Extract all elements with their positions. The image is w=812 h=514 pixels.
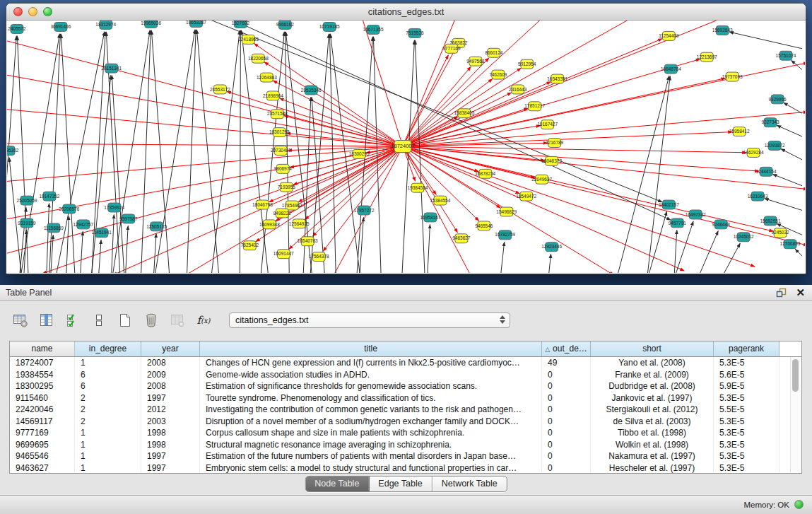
network-node[interactable]: 9806974 bbox=[274, 164, 293, 173]
network-node[interactable]: 7625402 bbox=[241, 241, 259, 250]
cell-title[interactable]: Investigating the contribution of common… bbox=[200, 404, 542, 416]
tab-edge-table[interactable]: Edge Table bbox=[369, 477, 432, 491]
cell-title[interactable]: Changes of HCN gene expression and I(f) … bbox=[200, 357, 542, 369]
network-node[interactable]: 2405572 bbox=[8, 24, 26, 33]
delete-table-icon[interactable] bbox=[142, 311, 160, 329]
cell-out-degree[interactable]: 0 bbox=[542, 462, 591, 474]
cell-short[interactable]: Stergiakouli et al. (2012) bbox=[591, 404, 714, 416]
cell-pagerank[interactable]: 5.3E-5 bbox=[714, 392, 779, 404]
table-row[interactable]: 9463627 1 1997 Embryonic stem cells: a m… bbox=[10, 462, 801, 474]
cell-year[interactable]: 2008 bbox=[141, 357, 200, 369]
network-node[interactable]: 17359924 bbox=[104, 203, 124, 212]
column-header-out-degree[interactable]: △out_de… bbox=[542, 341, 591, 356]
cell-title[interactable]: Embryonic stem cells: a model to study s… bbox=[200, 462, 542, 474]
network-node[interactable]: 3216789 bbox=[546, 139, 564, 148]
cell-in-degree[interactable]: 1 bbox=[75, 450, 141, 462]
network-node[interactable]: 30691406 bbox=[50, 22, 71, 31]
network-node[interactable]: 20730481 bbox=[271, 146, 291, 156]
cell-name[interactable]: 22420046 bbox=[10, 404, 75, 416]
cell-pagerank[interactable]: 5.3E-5 bbox=[714, 462, 779, 474]
cell-title[interactable]: Estimation of the future numbers of pati… bbox=[200, 450, 542, 462]
network-node[interactable]: 20535346 bbox=[301, 86, 322, 95]
network-node[interactable]: 16648784 bbox=[661, 64, 681, 74]
network-node[interactable]: 16091447 bbox=[273, 250, 294, 259]
cell-year[interactable]: 2008 bbox=[141, 380, 200, 392]
network-node[interactable]: 18300295 bbox=[349, 149, 370, 158]
network-node[interactable]: 18312974 bbox=[95, 21, 116, 29]
network-node[interactable]: 7515526 bbox=[406, 28, 424, 37]
cell-year[interactable]: 1998 bbox=[141, 439, 200, 451]
network-node[interactable]: 8498222 bbox=[273, 209, 292, 218]
cell-name[interactable]: 19384554 bbox=[10, 369, 75, 381]
cell-out-degree[interactable]: 0 bbox=[542, 392, 591, 404]
cell-pagerank[interactable]: 5.3E-5 bbox=[714, 450, 779, 462]
cell-out-degree[interactable]: 0 bbox=[542, 450, 591, 462]
table-settings-icon[interactable] bbox=[11, 311, 30, 329]
create-table-icon[interactable] bbox=[116, 311, 134, 329]
network-node[interactable]: 16671355 bbox=[363, 25, 384, 34]
network-node[interactable]: 16782759 bbox=[495, 230, 515, 240]
cell-in-degree[interactable]: 2 bbox=[75, 392, 141, 404]
network-node[interactable]: 10245012 bbox=[734, 233, 754, 242]
cell-out-degree[interactable]: 0 bbox=[542, 427, 591, 439]
network-node[interactable]: 9245032 bbox=[771, 228, 789, 238]
cell-title[interactable]: Genome-wide association studies in ADHD. bbox=[200, 369, 542, 381]
table-row[interactable]: 18300295 6 2008 Estimation of significan… bbox=[10, 380, 801, 392]
network-node[interactable]: 9319159 bbox=[18, 218, 36, 228]
column-header-title[interactable]: title bbox=[200, 341, 542, 356]
memory-status-indicator[interactable] bbox=[794, 500, 804, 509]
network-node[interactable]: 25205059 bbox=[17, 196, 37, 205]
column-header-short[interactable]: short bbox=[591, 341, 714, 356]
cell-out-degree[interactable]: 49 bbox=[542, 357, 591, 369]
cell-name[interactable]: 9699695 bbox=[10, 439, 75, 451]
cell-pagerank[interactable]: 5.9E-5 bbox=[714, 380, 779, 392]
cell-name[interactable]: 9465546 bbox=[10, 450, 75, 462]
cell-out-degree[interactable]: 0 bbox=[542, 380, 591, 392]
network-canvas[interactable]: 1872400724055723069140618312974199650361… bbox=[7, 21, 805, 273]
network-node[interactable]: 11451941 bbox=[92, 228, 112, 238]
table-row[interactable]: 22420046 2 2012 Investigating the contri… bbox=[10, 404, 801, 416]
table-row[interactable]: 19384554 6 2009 Genome-wide association … bbox=[10, 369, 801, 381]
network-node[interactable]: 22418963 bbox=[238, 35, 259, 44]
cell-year[interactable]: 2012 bbox=[141, 404, 200, 416]
network-node[interactable]: 2316443 bbox=[509, 85, 527, 94]
cell-year[interactable]: 1997 bbox=[141, 450, 200, 462]
network-node[interactable]: 23571588 bbox=[267, 110, 288, 119]
network-node[interactable]: 15692843 bbox=[712, 25, 733, 35]
table-vertical-scrollbar[interactable] bbox=[790, 357, 801, 472]
network-node[interactable]: 19786302 bbox=[7, 146, 19, 156]
cell-in-degree[interactable]: 1 bbox=[75, 427, 141, 439]
cell-in-degree[interactable]: 2 bbox=[75, 404, 141, 416]
network-node[interactable]: 12700893 bbox=[780, 240, 801, 249]
cell-year[interactable]: 1998 bbox=[141, 427, 200, 439]
cell-short[interactable]: Tibbo et al. (1998) bbox=[591, 427, 714, 439]
float-panel-icon[interactable] bbox=[776, 288, 787, 298]
network-node[interactable]: 9246448 bbox=[712, 220, 731, 229]
column-header-name[interactable]: name bbox=[10, 341, 75, 356]
cell-out-degree[interactable]: 0 bbox=[542, 439, 591, 451]
cell-short[interactable]: Dudbridge et al. (2008) bbox=[591, 380, 714, 392]
select-rows-icon[interactable] bbox=[64, 311, 82, 329]
close-panel-icon[interactable]: ✕ bbox=[796, 287, 805, 298]
network-node[interactable]: 8660124 bbox=[485, 48, 503, 57]
row-height-icon[interactable] bbox=[90, 311, 108, 329]
network-node[interactable]: 10167427 bbox=[537, 120, 558, 129]
network-node[interactable]: 22049637 bbox=[531, 175, 552, 184]
network-node[interactable]: 15496829 bbox=[496, 207, 517, 216]
cell-out-degree[interactable]: 0 bbox=[542, 416, 591, 428]
table-row[interactable]: 9699695 1 1998 Structural magnetic reson… bbox=[10, 439, 801, 451]
table-row[interactable]: 9777169 1 1998 Corpus callosum shape and… bbox=[10, 427, 801, 439]
cell-name[interactable]: 9463627 bbox=[10, 462, 75, 474]
cell-pagerank[interactable]: 5.3E-5 bbox=[714, 357, 779, 369]
network-node[interactable]: 5912954 bbox=[518, 59, 536, 69]
cell-short[interactable]: de Silva et al. (2003) bbox=[591, 416, 714, 428]
cell-year[interactable]: 2009 bbox=[141, 369, 200, 381]
zoom-window-button[interactable] bbox=[43, 7, 52, 16]
table-row[interactable]: 18724007 1 2008 Changes of HCN gene expr… bbox=[10, 357, 801, 369]
network-node[interactable]: 9397587 bbox=[119, 214, 138, 223]
network-node[interactable]: 12213697 bbox=[697, 52, 717, 62]
network-node[interactable]: 9227343 bbox=[761, 118, 779, 127]
network-node[interactable]: 9457791 bbox=[669, 218, 687, 228]
network-node[interactable]: 12923446 bbox=[541, 243, 562, 252]
cell-short[interactable]: Franke et al. (2009) bbox=[591, 369, 714, 381]
